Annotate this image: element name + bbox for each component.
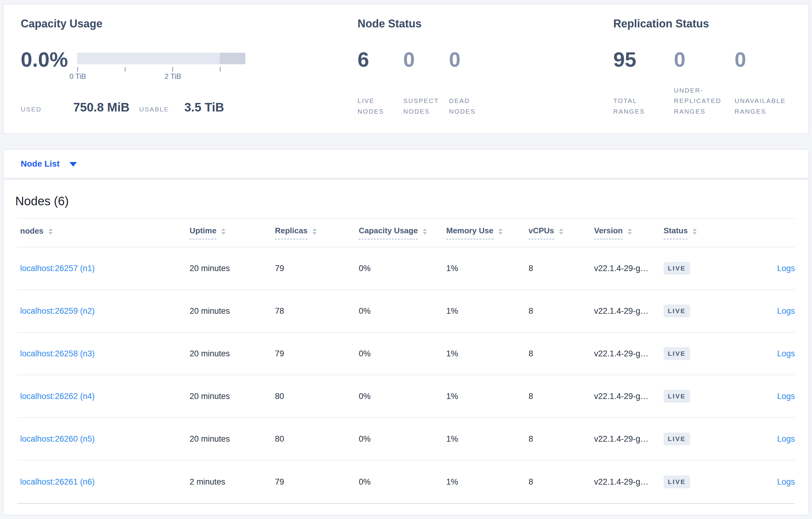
node-status-section: Node Status 6 LIVE NODES 0 SUSPECT NODES… [357, 18, 613, 133]
table-row: localhost:26258 (n3) 20 minutes 79 0% 1%… [17, 333, 795, 375]
capacity-cell: 0% [359, 392, 446, 401]
replication-status-section: Replication Status 95 TOTAL RANGES 0 UND… [613, 18, 808, 133]
status-badge: LIVE [664, 305, 690, 317]
logs-link[interactable]: Logs [777, 306, 795, 315]
suspect-nodes-stat: 0 SUSPECT NODES [403, 49, 449, 119]
logs-link[interactable]: Logs [777, 477, 795, 486]
column-header-memory-use[interactable]: Memory Use [446, 226, 528, 239]
version-cell: v22.1.4-29-g… [594, 306, 664, 316]
unavailable-ranges-count: 0 [734, 49, 795, 70]
live-nodes-stat: 6 LIVE NODES [357, 49, 403, 119]
column-header-nodes[interactable]: nodes [20, 226, 190, 239]
capacity-cell: 0% [359, 306, 446, 316]
replicas-cell: 78 [275, 306, 359, 316]
column-header-status[interactable]: Status [664, 226, 734, 239]
version-cell: v22.1.4-29-g… [594, 349, 664, 359]
replicas-cell: 79 [275, 477, 359, 487]
unavailable-ranges-label: UNAVAILABLE RANGES [734, 96, 786, 117]
capacity-usage-meter: 0 TiB 2 TiB [77, 49, 245, 70]
status-badge: LIVE [664, 390, 690, 403]
column-header-version[interactable]: Version [594, 226, 664, 239]
under-replicated-ranges-label: UNDER- REPLICATED RANGES [674, 85, 721, 117]
memory-cell: 1% [446, 477, 528, 487]
table-header-row: nodes Uptime Replicas Capacity Usage Mem… [17, 218, 795, 247]
table-row: localhost:26261 (n6) 2 minutes 79 0% 1% … [17, 460, 795, 503]
logs-link[interactable]: Logs [777, 434, 795, 444]
column-header-replicas[interactable]: Replicas [275, 226, 359, 239]
sort-icon [628, 228, 632, 235]
node-link[interactable]: localhost:26261 (n6) [20, 477, 95, 486]
uptime-cell: 2 minutes [190, 477, 275, 487]
memory-cell: 1% [446, 264, 528, 273]
status-badge: LIVE [664, 476, 690, 488]
logs-link[interactable]: Logs [777, 264, 795, 273]
version-cell: v22.1.4-29-g… [594, 434, 664, 444]
memory-cell: 1% [446, 392, 528, 401]
uptime-cell: 20 minutes [190, 392, 275, 401]
capacity-cell: 0% [359, 349, 446, 359]
capacity-bar [77, 53, 245, 64]
logs-link[interactable]: Logs [777, 392, 795, 401]
status-badge: LIVE [664, 347, 690, 360]
sort-icon [498, 228, 503, 235]
node-link[interactable]: localhost:26259 (n2) [20, 306, 95, 315]
axis-tick [77, 67, 78, 71]
node-link[interactable]: localhost:26257 (n1) [20, 264, 95, 273]
axis-tick [125, 67, 125, 71]
axis-tick [172, 67, 173, 71]
live-nodes-count: 6 [357, 49, 403, 70]
nodes-table-heading: Nodes (6) [15, 195, 808, 207]
vcpus-cell: 8 [528, 306, 594, 316]
capacity-bar-reserved-segment [220, 53, 245, 64]
capacity-cell: 0% [359, 264, 446, 273]
version-cell: v22.1.4-29-g… [594, 264, 664, 273]
used-value: 750.8 MiB [73, 100, 129, 114]
sort-icon [423, 228, 427, 235]
cluster-summary-card: Capacity Usage 0.0% 0 TiB 2 TiB USED 750… [3, 4, 809, 134]
node-link[interactable]: localhost:26260 (n5) [20, 434, 95, 444]
column-header-uptime[interactable]: Uptime [190, 226, 275, 239]
status-badge: LIVE [664, 432, 690, 445]
used-label: USED [21, 106, 41, 113]
usable-value: 3.5 TiB [184, 100, 224, 114]
dead-nodes-label: DEAD NODES [449, 96, 475, 117]
total-ranges-label: TOTAL RANGES [613, 96, 645, 117]
total-ranges-stat: 95 TOTAL RANGES [613, 49, 674, 119]
under-replicated-ranges-count: 0 [674, 49, 734, 70]
capacity-axis: 0 TiB 2 TiB [77, 64, 245, 78]
uptime-cell: 20 minutes [190, 349, 275, 359]
column-header-vcpus[interactable]: vCPUs [528, 226, 594, 239]
memory-cell: 1% [446, 349, 528, 359]
replicas-cell: 80 [275, 392, 359, 401]
uptime-cell: 20 minutes [190, 306, 275, 316]
nodes-table: nodes Uptime Replicas Capacity Usage Mem… [17, 218, 795, 504]
capacity-usage-title: Capacity Usage [21, 18, 357, 30]
column-header-capacity-usage[interactable]: Capacity Usage [359, 226, 446, 239]
suspect-nodes-label: SUSPECT NODES [403, 96, 439, 117]
table-row: localhost:26257 (n1) 20 minutes 79 0% 1%… [17, 247, 795, 290]
live-nodes-label: LIVE NODES [357, 96, 384, 117]
memory-cell: 1% [446, 306, 528, 316]
sort-icon [313, 228, 317, 235]
node-link[interactable]: localhost:26258 (n3) [20, 349, 95, 358]
capacity-percent-value: 0.0% [21, 49, 68, 70]
axis-tick [220, 67, 221, 71]
sort-icon [221, 228, 226, 235]
sort-icon [693, 228, 697, 235]
vcpus-cell: 8 [528, 434, 594, 444]
axis-tick-label: 0 TiB [69, 72, 86, 81]
table-row: localhost:26260 (n5) 20 minutes 80 0% 1%… [17, 418, 795, 460]
status-badge: LIVE [664, 262, 690, 275]
logs-link[interactable]: Logs [777, 349, 795, 358]
vcpus-cell: 8 [528, 392, 594, 401]
uptime-cell: 20 minutes [190, 434, 275, 444]
sort-icon [49, 228, 53, 235]
total-ranges-count: 95 [613, 49, 674, 70]
node-link[interactable]: localhost:26262 (n4) [20, 392, 95, 401]
usable-label: USABLE [139, 106, 169, 113]
node-list-dropdown-label: Node List [21, 159, 60, 169]
table-row: localhost:26262 (n4) 20 minutes 80 0% 1%… [17, 375, 795, 418]
node-list-dropdown[interactable]: Node List [21, 159, 77, 169]
version-cell: v22.1.4-29-g… [594, 477, 664, 487]
suspect-nodes-count: 0 [403, 49, 449, 70]
